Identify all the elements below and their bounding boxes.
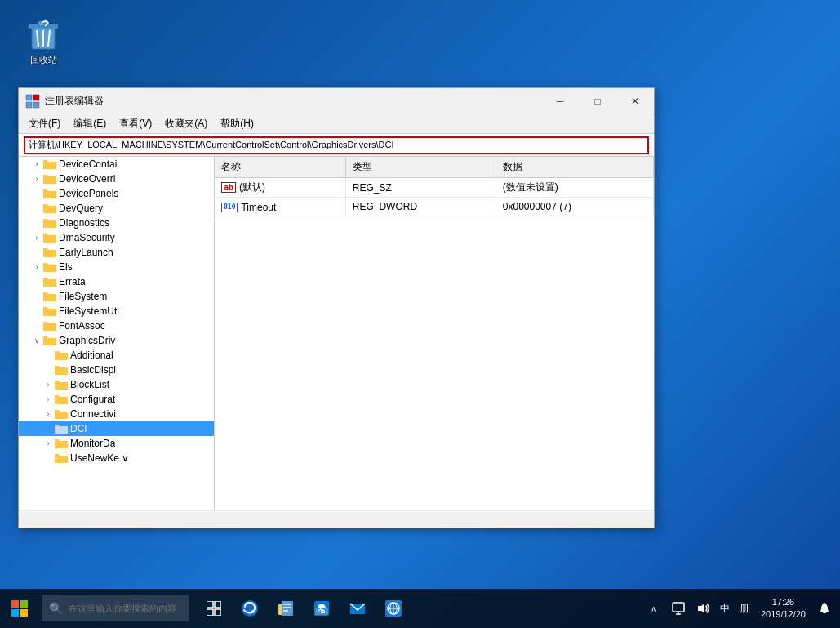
folder-icon — [43, 188, 56, 199]
expand-icon: › — [30, 175, 43, 183]
svg-rect-12 — [11, 609, 19, 617]
menu-bar: 文件(F) 编辑(E) 查看(V) 收藏夹(A) 帮助(H) — [19, 114, 654, 134]
svg-rect-15 — [215, 601, 221, 608]
edge-icon — [241, 599, 259, 617]
mail-taskbar-button[interactable] — [340, 589, 376, 628]
svg-rect-11 — [20, 600, 28, 608]
volume-icon — [696, 602, 709, 615]
tree-item-deviceoverri[interactable]: › DeviceOverri — [19, 171, 214, 186]
tray-volume-icon[interactable] — [691, 589, 715, 628]
task-view-button[interactable] — [196, 589, 232, 628]
folder-icon — [43, 232, 56, 243]
tray-input-method[interactable]: 册 — [735, 589, 754, 628]
tray-language[interactable]: 中 — [715, 589, 735, 628]
tree-item-fontassoc[interactable]: FontAssoc — [19, 318, 214, 333]
menu-view[interactable]: 查看(V) — [113, 115, 158, 132]
svg-rect-13 — [20, 609, 28, 617]
address-bar — [19, 134, 654, 157]
table-row[interactable]: 010 Timeout REG_DWORD 0x00000007 (7) — [215, 198, 654, 216]
menu-favorites[interactable]: 收藏夹(A) — [158, 115, 214, 132]
menu-file[interactable]: 文件(F) — [22, 115, 67, 132]
menu-help[interactable]: 帮助(H) — [214, 115, 260, 132]
svg-rect-7 — [33, 95, 39, 100]
tree-item-blocklist[interactable]: › BlockList — [19, 377, 214, 392]
title-bar-text: 注册表编辑器 — [45, 94, 541, 108]
close-button[interactable]: ✕ — [616, 88, 654, 114]
registry-panel: 名称 类型 数据 ab (默认) — [215, 157, 654, 510]
tree-item-els[interactable]: › Els — [19, 260, 214, 274]
taskbar: 🔍 — [0, 589, 840, 628]
tree-label-earlylaunch: EarlyLaunch — [59, 247, 113, 258]
tree-item-additional[interactable]: Additional — [19, 348, 214, 363]
tree-label-graphicsdriv: GraphicsDriv — [59, 335, 115, 346]
tree-item-diagnostics[interactable]: Diagnostics — [19, 216, 214, 230]
tree-item-monitorda[interactable]: › MonitorDa — [19, 436, 214, 451]
tree-item-earlylaunch[interactable]: EarlyLaunch — [19, 245, 214, 260]
tray-network-icon[interactable] — [666, 589, 691, 628]
tree-item-dmasecurity[interactable]: › DmaSecurity — [19, 230, 214, 245]
tree-item-devicepanels[interactable]: DevicePanels — [19, 186, 214, 201]
tree-label-dci: DCI — [70, 423, 87, 434]
recycle-bin-icon[interactable]: 回收站 — [15, 15, 72, 69]
tree-item-connectivi[interactable]: › Connectivi — [19, 407, 214, 421]
menu-edit[interactable]: 编辑(E) — [67, 115, 113, 132]
tree-item-devicecontai[interactable]: › DeviceContai — [19, 157, 214, 171]
svg-text:🛍: 🛍 — [318, 608, 325, 615]
cell-name-timeout-text: Timeout — [241, 202, 276, 213]
tree-label-deviceoverri: DeviceOverri — [59, 173, 115, 185]
tree-item-configurat[interactable]: › Configurat — [19, 392, 214, 407]
svg-rect-33 — [673, 603, 684, 612]
tray-show-hidden[interactable]: ∧ — [642, 589, 666, 628]
tree-item-devquery[interactable]: DevQuery — [19, 201, 214, 216]
explorer-icon — [277, 599, 295, 617]
taskbar-search-input[interactable] — [42, 595, 189, 621]
minimize-button[interactable]: ─ — [541, 88, 579, 114]
network-taskbar-button[interactable] — [376, 589, 411, 628]
tree-label-blocklist: BlockList — [70, 379, 109, 390]
title-bar: 注册表编辑器 ─ □ ✕ — [19, 88, 654, 114]
title-bar-buttons: ─ □ ✕ — [541, 88, 654, 114]
expand-icon-graphicsdriv: ∨ — [30, 336, 43, 345]
tray-clock[interactable]: 17:26 2019/12/20 — [754, 589, 812, 628]
tray-lang-text: 中 — [720, 602, 730, 616]
tree-inner[interactable]: › DeviceContai › DeviceOverri DevicePane… — [19, 157, 214, 510]
address-input[interactable] — [24, 136, 649, 154]
tree-item-filesystemuti[interactable]: FileSystemUti — [19, 304, 214, 318]
taskbar-tray: ∧ 中 册 17 — [642, 589, 840, 628]
maximize-button[interactable]: □ — [579, 88, 616, 114]
explorer-taskbar-button[interactable] — [268, 589, 304, 628]
expand-icon: › — [30, 263, 43, 271]
search-container: 🔍 — [39, 595, 189, 621]
registry-table: 名称 类型 数据 ab (默认) — [215, 157, 654, 510]
store-taskbar-button[interactable]: 🛍 — [304, 589, 340, 628]
cell-data-timeout: 0x00000007 (7) — [496, 198, 653, 216]
tree-item-basicdispl[interactable]: BasicDispl — [19, 363, 214, 377]
registry-editor-title-icon — [25, 94, 40, 109]
tray-network — [672, 602, 685, 615]
registry-editor-window: 注册表编辑器 ─ □ ✕ 文件(F) 编辑(E) 查看(V) 收藏夹(A) 帮助… — [18, 87, 655, 528]
tree-item-errata[interactable]: Errata — [19, 274, 214, 289]
tree-label-devicecontai: DeviceContai — [59, 158, 117, 170]
edge-taskbar-button[interactable] — [232, 589, 268, 628]
start-button[interactable] — [0, 589, 39, 628]
tree-item-dci[interactable]: DCI — [19, 421, 214, 436]
expand-icon: › — [42, 410, 55, 418]
svg-rect-10 — [11, 600, 19, 608]
folder-icon — [43, 276, 56, 287]
table-row[interactable]: ab (默认) REG_SZ (数值未设置) — [215, 178, 654, 198]
tray-notification-icon[interactable] — [812, 589, 837, 628]
tree-label-els: Els — [59, 261, 73, 273]
col-header-type: 类型 — [345, 157, 496, 178]
cell-data-default: (数值未设置) — [496, 178, 653, 198]
svg-rect-8 — [26, 102, 32, 108]
folder-icon — [55, 364, 68, 376]
folder-icon — [43, 261, 56, 273]
search-icon-taskbar: 🔍 — [49, 602, 63, 615]
tree-item-filesystem[interactable]: FileSystem — [19, 289, 214, 304]
tree-item-graphicsdriv[interactable]: ∨ GraphicsDriv — [19, 333, 214, 348]
folder-icon — [55, 350, 68, 361]
network-icon — [384, 599, 402, 617]
folder-icon — [55, 438, 68, 449]
tree-item-usenewke[interactable]: UseNewKe ∨ — [19, 451, 214, 465]
folder-icon — [43, 305, 56, 317]
